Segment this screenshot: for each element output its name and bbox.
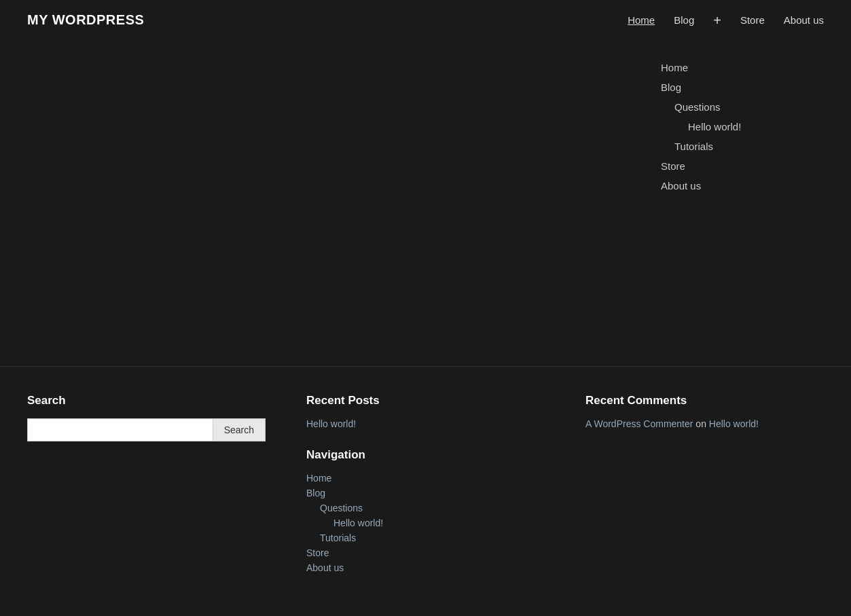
footer-nav: Home Blog Questions Hello world! Tutoria… xyxy=(306,473,545,573)
comment-connector: on xyxy=(695,418,708,429)
footer-recent-comments: Recent Comments A WordPress Commenter on… xyxy=(585,394,824,429)
main-nav: Home Blog + Store About us xyxy=(628,14,824,27)
main-content xyxy=(0,40,634,366)
sidebar-nav-hello-world[interactable]: Hello world! xyxy=(661,120,824,134)
footer-nav-blog[interactable]: Blog xyxy=(306,488,545,499)
nav-about[interactable]: About us xyxy=(784,14,824,26)
sidebar-nav-store[interactable]: Store xyxy=(661,159,824,173)
nav-home[interactable]: Home xyxy=(628,14,655,26)
footer-recent-posts-list: Hello world! xyxy=(306,418,545,429)
footer-recent-comments-title: Recent Comments xyxy=(585,394,824,407)
search-button[interactable]: Search xyxy=(213,418,266,441)
nav-plus-icon[interactable]: + xyxy=(713,14,721,27)
recent-post-item[interactable]: Hello world! xyxy=(306,418,545,429)
sidebar-nav-blog[interactable]: Blog xyxy=(661,80,824,94)
content-area: Home Blog Questions Hello world! Tutoria… xyxy=(0,40,851,366)
search-form: Search xyxy=(27,418,266,441)
comment-entry: A WordPress Commenter on Hello world! xyxy=(585,418,824,429)
footer-nav-tutorials[interactable]: Tutorials xyxy=(306,532,545,543)
sidebar-nav-about[interactable]: About us xyxy=(661,179,824,193)
footer-recent-posts: Recent Posts Hello world! Navigation Hom… xyxy=(306,394,545,573)
sidebar: Home Blog Questions Hello world! Tutoria… xyxy=(634,40,851,366)
sidebar-nav-questions[interactable]: Questions xyxy=(661,100,824,114)
site-title: MY WORDPRESS xyxy=(27,12,144,28)
footer-nav-home[interactable]: Home xyxy=(306,473,545,484)
footer-nav-questions[interactable]: Questions xyxy=(306,503,545,513)
footer-navigation-widget: Navigation Home Blog Questions Hello wor… xyxy=(306,448,545,573)
footer-search-widget: Search Search xyxy=(27,394,266,441)
footer-search-title: Search xyxy=(27,394,266,407)
footer-navigation-title: Navigation xyxy=(306,448,545,462)
footer-nav-store[interactable]: Store xyxy=(306,547,545,558)
sidebar-nav-tutorials[interactable]: Tutorials xyxy=(661,139,824,153)
nav-blog[interactable]: Blog xyxy=(674,14,694,26)
comment-author[interactable]: A WordPress Commenter xyxy=(585,418,693,429)
comment-post-link[interactable]: Hello world! xyxy=(709,418,759,429)
site-header: MY WORDPRESS Home Blog + Store About us xyxy=(0,0,851,40)
search-input[interactable] xyxy=(27,418,213,441)
sidebar-nav-home[interactable]: Home xyxy=(661,60,824,75)
footer-inner: Search Search Recent Posts Hello world! … xyxy=(27,394,824,573)
nav-store[interactable]: Store xyxy=(740,14,765,26)
site-footer: Search Search Recent Posts Hello world! … xyxy=(0,366,851,600)
footer-recent-posts-title: Recent Posts xyxy=(306,394,545,407)
footer-nav-hello-world[interactable]: Hello world! xyxy=(306,518,545,528)
footer-nav-about[interactable]: About us xyxy=(306,562,545,573)
sidebar-nav: Home Blog Questions Hello world! Tutoria… xyxy=(661,60,824,193)
